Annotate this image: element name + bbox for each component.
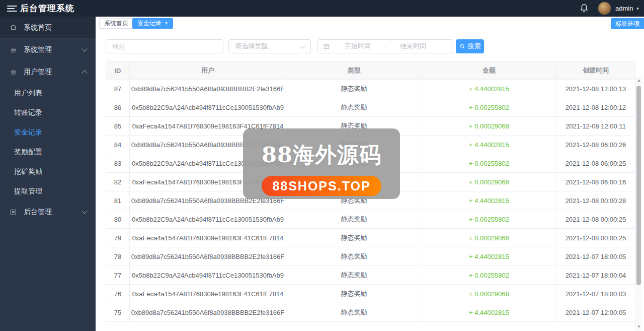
range-separator: - [380, 43, 390, 50]
cell-id: 80 [106, 210, 130, 229]
cell-id: 85 [106, 117, 130, 136]
sidebar-item-backend-mgmt[interactable]: 后台管理 [0, 201, 96, 223]
cell-type: 静态奖励 [286, 247, 422, 266]
tab-bar: 系统首页× 资金记录× 标签选项 [96, 17, 644, 29]
cell-id: 77 [106, 266, 130, 285]
sidebar-item-mining-rewards[interactable]: 挖矿奖励 [0, 162, 96, 181]
cell-created: 2021-12-07 12:00:05 [556, 303, 635, 322]
user-menu[interactable]: admin▼ [615, 0, 639, 17]
cell-created: 2021-12-08 12:00:13 [556, 80, 635, 98]
table-row: 750xb89d8a7c56241b550A6f8a0938BBBB2E2fe3… [106, 303, 635, 322]
table-row: 790xaFeca4a1547A81f768309e198163F41C61fF… [106, 229, 635, 247]
sidebar-item-reward-config[interactable]: 奖励配置 [0, 142, 96, 162]
cell-created: 2021-12-08 06:00:26 [556, 136, 635, 154]
cell-created: 2021-12-08 00:00:25 [556, 210, 635, 229]
search-button-label: 搜索 [468, 42, 481, 51]
watermark-title: 88海外源码 [243, 141, 400, 170]
username: admin [615, 5, 633, 12]
cell-type: 静态奖励 [286, 80, 422, 98]
chevron-down-icon [82, 208, 87, 214]
column-header-type: 类型 [286, 62, 422, 80]
cell-user: 0xb89d8a7c56241b550A6f8a0938BBBB2E2fe316… [130, 247, 286, 266]
scrollbar-thumb[interactable] [636, 86, 641, 285]
cell-amount: + 0.00029068 [422, 285, 556, 303]
search-icon [459, 43, 465, 49]
date-range-picker[interactable]: 开始时间 - 结束时间 [317, 39, 453, 53]
cell-created: 2021-12-08 06:00:25 [556, 154, 635, 173]
close-icon[interactable]: × [165, 20, 168, 27]
cell-id: 75 [106, 303, 130, 322]
search-button[interactable]: 搜索 [456, 39, 484, 53]
chevron-down-icon [82, 46, 87, 51]
address-input[interactable] [106, 39, 223, 53]
sidebar-item-label: 用户管理 [24, 68, 52, 77]
cell-user: 0xaFeca4a1547A81f768309e198163F41C61fF78… [130, 229, 286, 247]
tab-fund-records[interactable]: 资金记录× [132, 18, 173, 29]
cell-created: 2021-12-08 12:00:12 [556, 98, 635, 117]
app-header: 后台管理系统 admin▼ [0, 0, 644, 17]
sidebar-item-label: 提取管理 [14, 187, 42, 196]
cell-created: 2021-12-07 18:00:05 [556, 247, 635, 266]
table-row: 780xb89d8a7c56241b550A6f8a0938BBBB2E2fe3… [106, 247, 635, 266]
cell-user: 0xb89d8a7c56241b550A6f8a0938BBBB2E2fe316… [130, 80, 286, 98]
sidebar-item-transfer-records[interactable]: 转账记录 [0, 103, 96, 122]
cell-created: 2021-12-07 18:00:03 [556, 285, 635, 303]
chevron-down-icon [300, 44, 305, 49]
table-row: 800x5b8b22C9aA24Acb494f8711cCe130051530f… [106, 210, 635, 229]
cell-user: 0x5b8b22C9aA24Acb494f8711cCe130051530fbA… [130, 210, 286, 229]
user-avatar[interactable] [598, 2, 611, 15]
sidebar-item-user-mgmt[interactable]: 用户管理 [0, 61, 96, 83]
cell-type: 静态奖励 [286, 285, 422, 303]
cell-id: 81 [106, 191, 130, 210]
cell-amount: + 0.00029068 [422, 117, 556, 136]
cell-id: 79 [106, 229, 130, 247]
column-header-id: ID [106, 62, 130, 80]
cell-type: 静态奖励 [286, 98, 422, 117]
scroll-down-arrow-icon[interactable]: ▼ [635, 324, 642, 330]
tab-options-button[interactable]: 标签选项 [611, 18, 644, 29]
select-placeholder: 请选择类型 [235, 42, 268, 50]
chevron-up-icon [82, 70, 87, 76]
tab-label: 系统首页 [104, 20, 128, 27]
sidebar-item-home[interactable]: 系统首页 [0, 17, 96, 39]
cell-id: 83 [106, 154, 130, 173]
sidebar-item-label: 后台管理 [24, 208, 52, 217]
watermark-badge: 88SHOPS.TOP [262, 176, 381, 196]
column-header-amount: 金额 [422, 62, 556, 80]
start-date-placeholder: 开始时间 [335, 42, 380, 51]
menu-toggle-icon[interactable] [7, 4, 17, 12]
cell-id: 86 [106, 98, 130, 117]
cell-created: 2021-12-08 12:00:11 [556, 117, 635, 136]
cell-amount: + 4.44002815 [422, 80, 556, 98]
scroll-up-arrow-icon[interactable]: ▲ [635, 78, 642, 84]
sidebar-item-user-list[interactable]: 用户列表 [0, 83, 96, 103]
table-row: 860x5b8b22C9aA24Acb494f8711cCe130051530f… [106, 98, 635, 117]
sidebar-item-fund-records[interactable]: 资金记录 [0, 122, 96, 142]
cell-user: 0xb89d8a7c56241b550A6f8a0938BBBB2E2fe316… [130, 303, 286, 322]
sidebar: 系统首页 系统管理 用户管理 用户列表 转账记录 资金记录 奖励配置 挖矿奖励 … [0, 17, 96, 331]
column-header-created: 创建时间 [556, 62, 635, 80]
cell-user: 0x5b8b22C9aA24Acb494f8711cCe130051530fbA… [130, 266, 286, 285]
sidebar-item-label: 用户列表 [14, 89, 42, 98]
cell-type: 静态奖励 [286, 303, 422, 322]
cell-amount: + 4.44002815 [422, 136, 556, 154]
sidebar-item-label: 系统管理 [24, 45, 52, 54]
sidebar-item-label: 奖励配置 [14, 148, 42, 157]
cell-id: 76 [106, 285, 130, 303]
app-title: 后台管理系统 [20, 0, 74, 17]
notification-bell-icon[interactable] [579, 3, 590, 14]
cell-id: 82 [106, 173, 130, 191]
type-select[interactable]: 请选择类型 [228, 39, 311, 53]
cell-amount: + 4.44002815 [422, 191, 556, 210]
sidebar-item-system-mgmt[interactable]: 系统管理 [0, 39, 96, 61]
cell-type: 静态奖励 [286, 266, 422, 285]
cell-type: 静态奖励 [286, 229, 422, 247]
cell-amount: + 0.00255802 [422, 98, 556, 117]
cell-user: 0x5b8b22C9aA24Acb494f8711cCe130051530fbA… [130, 98, 286, 117]
cell-amount: + 0.00255802 [422, 266, 556, 285]
watermark-overlay: 88海外源码 88SHOPS.TOP [243, 128, 400, 199]
sidebar-item-withdraw-mgmt[interactable]: 提取管理 [0, 181, 96, 201]
vertical-scrollbar[interactable]: ▲ ▼ [635, 77, 642, 331]
table-row: 760xaFeca4a1547A81f768309e198163F41C61fF… [106, 285, 635, 303]
table-row: 870xb89d8a7c56241b550A6f8a0938BBBB2E2fe3… [106, 80, 635, 98]
